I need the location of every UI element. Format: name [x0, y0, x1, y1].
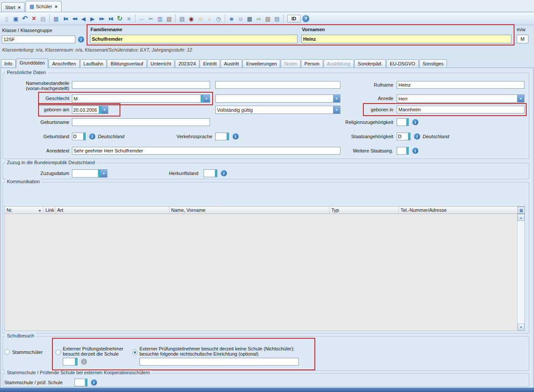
familienname-input[interactable] — [90, 35, 298, 43]
copy-button[interactable]: ▥ — [155, 14, 165, 23]
tab-sonstiges[interactable]: Sonstiges — [419, 59, 447, 68]
info-icon[interactable]: i — [233, 133, 239, 139]
tab-eintritt[interactable]: Eintritt — [200, 59, 220, 68]
herkunftsland-input[interactable] — [204, 170, 215, 177]
export-button[interactable]: ⇨ — [254, 14, 263, 23]
person-button[interactable]: ☺ — [236, 14, 245, 23]
scroll-down-icon[interactable]: ▼ — [518, 324, 524, 330]
extern-besucht-schule-radio[interactable] — [55, 350, 61, 355]
tab-sonderpaed[interactable]: Sonderpäd. — [354, 59, 386, 68]
anrede-select[interactable]: Herr ▼ — [397, 94, 524, 103]
einrichtung-input[interactable] — [139, 358, 299, 366]
browse-table-button[interactable]: ▦ — [52, 14, 61, 23]
info-icon[interactable]: i — [414, 133, 420, 139]
geburtsname-input[interactable] — [72, 118, 210, 126]
stammschueler-radio[interactable] — [4, 349, 10, 355]
table-settings-button[interactable]: ▦ — [518, 207, 525, 214]
tab-bildungsverlauf[interactable]: Bildungsverlauf — [107, 59, 146, 68]
weitere-staatsang-input[interactable] — [397, 147, 406, 154]
tab-info[interactable]: Info — [1, 59, 16, 68]
verkehrssprache-field[interactable] — [215, 133, 229, 140]
tab-person[interactable]: Person — [301, 59, 323, 68]
vornamen-input[interactable] — [301, 35, 511, 43]
tab-anschriften[interactable]: Anschriften — [49, 59, 79, 68]
info-icon[interactable]: i — [412, 148, 418, 154]
dropdown-button[interactable]: ▼ — [517, 95, 524, 102]
picker-stripe[interactable] — [215, 170, 217, 177]
scroll-up-icon[interactable]: ▲ — [518, 214, 524, 221]
info-icon[interactable]: i — [412, 119, 418, 125]
extern-keine-schule-radio[interactable] — [132, 350, 138, 355]
help-icon[interactable]: ? — [302, 15, 309, 22]
cards-button[interactable]: ▤ — [272, 14, 282, 23]
extern-schule-input[interactable] — [63, 358, 75, 365]
geburtsdatum-gueltigkeit-select[interactable]: Vollständig gültig ▼ — [215, 106, 340, 114]
matrix-button[interactable]: ▦ — [245, 14, 254, 23]
tab-schuljahr[interactable]: 2023/24 — [175, 59, 199, 68]
dropdown-button[interactable]: ▼ — [203, 95, 210, 102]
column-header-nr[interactable]: Nr. ▲ — [5, 207, 44, 214]
picker-stripe[interactable] — [83, 133, 85, 140]
tab-unterricht[interactable]: Unterricht — [147, 59, 175, 68]
geschlecht-select[interactable]: M ▼ — [72, 94, 210, 103]
tab-erweiterungen[interactable]: Erweiterungen — [243, 59, 280, 68]
religion-field[interactable] — [397, 118, 409, 126]
info-icon[interactable]: i — [91, 379, 97, 386]
column-header-typ[interactable]: Typ — [330, 207, 399, 214]
refresh-button[interactable]: ↻ — [115, 14, 124, 23]
list-button[interactable]: ≡ — [124, 14, 133, 23]
extern-schule-field[interactable] — [63, 358, 78, 366]
close-tab-icon[interactable]: × — [55, 4, 57, 9]
dropdown-button[interactable]: ▼ — [101, 106, 108, 113]
announce-button[interactable]: ♪ — [205, 14, 214, 23]
delete-button[interactable]: × — [29, 14, 39, 23]
geburtsland-input[interactable] — [72, 133, 83, 140]
column-header-name-vorname[interactable]: Name, Vorname — [169, 207, 330, 214]
info-icon[interactable]: i — [78, 36, 84, 42]
geboren-in-input[interactable] — [397, 106, 524, 113]
picker-stripe[interactable] — [85, 379, 87, 386]
info-icon[interactable]: i — [221, 170, 227, 176]
rufname-input[interactable] — [397, 81, 524, 89]
column-header-link[interactable]: Link — [44, 207, 55, 214]
verkehrssprache-input[interactable] — [216, 133, 227, 140]
group-button[interactable]: ☻ — [227, 14, 236, 23]
table-scrollbar[interactable]: ▲ ▼ — [517, 214, 524, 330]
anredetext-input[interactable] — [72, 147, 340, 155]
column-header-tel-adresse[interactable]: Tel.-Nummer/Adresse — [399, 207, 524, 214]
herkunftsland-field[interactable] — [204, 169, 217, 177]
staatsangehoerigkeit-field[interactable] — [397, 133, 411, 140]
window-tab-schueler[interactable]: ▦ Schüler × — [26, 1, 61, 12]
column-header-art[interactable]: Art — [55, 207, 169, 214]
picker-stripe[interactable] — [406, 119, 408, 126]
save-button[interactable]: ▣ — [11, 14, 20, 23]
mw-input[interactable] — [517, 35, 528, 43]
klasse-input[interactable] — [2, 36, 75, 43]
next-record-button[interactable]: ▶ — [88, 14, 97, 23]
close-tab-icon[interactable]: × — [18, 5, 20, 10]
picker-stripe[interactable] — [227, 133, 229, 140]
zuzugsdatum-date-field[interactable]: ▼ — [72, 169, 107, 178]
namensbestandteil-nach-input[interactable] — [215, 81, 340, 89]
tab-laufbahn[interactable]: Laufbahn — [80, 59, 107, 68]
geburtsland-field[interactable] — [72, 133, 86, 140]
paste-button[interactable]: ▧ — [165, 14, 174, 23]
report-button[interactable]: ▧ — [263, 14, 272, 23]
history-button[interactable]: ◷ — [214, 14, 223, 23]
hint-button[interactable]: ☼ — [196, 14, 205, 23]
picker-stripe[interactable] — [406, 147, 408, 154]
new-button[interactable]: ▯ — [2, 14, 11, 23]
geschlecht-zusatz-select[interactable]: ▼ — [215, 94, 340, 103]
stammschule-field[interactable] — [74, 379, 87, 386]
back-button[interactable]: ← — [137, 14, 146, 23]
kommunikation-table-body[interactable]: ▲ ▼ — [4, 214, 525, 331]
dropdown-button[interactable]: ▼ — [100, 170, 107, 177]
tab-eu-dsgvo[interactable]: EU-DSGVO — [386, 59, 419, 68]
namensbestandteil-voran-input[interactable] — [72, 81, 210, 89]
religion-input[interactable] — [397, 119, 406, 126]
window-tab-start[interactable]: Start × — [1, 2, 25, 12]
undo-button[interactable]: ↶ — [20, 14, 29, 23]
id-button[interactable]: ID — [287, 15, 301, 23]
fast-next-button[interactable]: ▶▶ — [97, 14, 106, 23]
info-icon[interactable]: i — [89, 133, 95, 139]
